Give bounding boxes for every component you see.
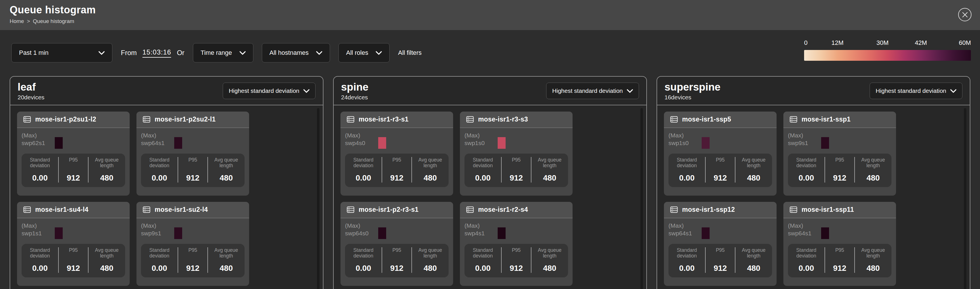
device-card[interactable]: mose-isr1-p2-r3-s1 (Max) swp64s0 Standar… [340,202,453,286]
stat-value-std: 0.00 [790,174,822,182]
device-card[interactable]: mose-isr1-p2su2-l1 (Max) swp64s1 Standar… [137,112,249,196]
interface-name: swp62s1 [22,139,55,147]
sort-dropdown[interactable]: Highest standard deviation [223,83,315,99]
device-name: mose-isr1-su4-l4 [35,206,89,214]
panel-title: leaf [18,81,45,93]
roles-dropdown[interactable]: All roles [339,43,390,62]
panel-header: leaf 20devices Highest standard deviatio… [10,77,323,105]
device-card-header[interactable]: mose-isr1-r3-s3 [460,112,573,128]
app-header: Queue histogram Home > Queue histogram [0,0,980,30]
from-label: From [121,49,137,57]
stat-value-std: 0.00 [143,264,175,273]
close-button[interactable] [958,8,972,21]
max-label: (Max) [465,131,498,139]
switch-icon [790,116,797,123]
device-card-body: (Max) swp9s1 Standard deviation0.00 P959… [783,128,896,196]
device-card[interactable]: mose-isr1-su2-l4 (Max) swp9s1 Standard d… [137,202,249,286]
device-card-header[interactable]: mose-isr1-r3-s1 [340,112,453,128]
stat-value-p95: 912 [504,264,528,273]
histogram-bar [702,227,710,239]
vertical-scrollbar[interactable] [640,108,643,289]
device-card[interactable]: mose-isr1-r2-s4 (Max) swp4s1 Standard de… [460,202,573,286]
device-card-body: (Max) swp4s1 Standard deviation0.00 P959… [460,218,573,286]
panel-device-count: 16devices [665,94,721,101]
stat-value-avg: 480 [414,174,446,182]
quick-range-dropdown[interactable]: Past 1 min [11,43,112,62]
device-card-header[interactable]: mose-isr1-su2-l4 [137,202,249,218]
interface-name: swp4s1 [465,229,498,237]
interface-name: swp64s1 [668,229,702,237]
stat-header-std: Standard deviation [671,157,703,169]
panel-body: mose-isr1-ssp5 (Max) swp1s0 Standard dev… [657,105,970,289]
stat-value-avg: 480 [738,174,770,182]
stat-header-std: Standard deviation [143,247,175,259]
stat-value-std: 0.00 [790,264,822,273]
stat-value-std: 0.00 [467,174,499,182]
from-time-input[interactable]: 15:03:16 [142,48,171,57]
stat-value-p95: 912 [385,264,409,273]
histogram-bar [498,137,506,149]
breadcrumb-home[interactable]: Home [10,18,24,24]
max-label: (Max) [141,222,174,230]
max-label: (Max) [788,131,821,139]
vertical-scrollbar[interactable] [317,108,320,289]
device-card-header[interactable]: mose-isr1-su4-l4 [17,202,130,218]
device-name: mose-isr1-p2su1-l2 [35,115,96,123]
stats-box: Standard deviation0.00 P95912 Avg queue … [141,244,245,277]
stat-value-avg: 480 [91,174,123,182]
stat-header-std: Standard deviation [467,247,499,259]
close-icon [962,12,968,18]
stat-header-p95: P95 [180,247,205,259]
stat-header-std: Standard deviation [347,157,379,169]
device-name: mose-isr1-p2su2-l1 [154,115,216,123]
device-card[interactable]: mose-isr1-p2su1-l2 (Max) swp62s1 Standar… [17,112,130,196]
device-card[interactable]: mose-isr1-su4-l4 (Max) swp1s1 Standard d… [17,202,130,286]
device-card[interactable]: mose-isr1-ssp12 (Max) swp64s1 Standard d… [664,202,776,286]
device-card-header[interactable]: mose-isr1-p2su1-l2 [17,112,130,128]
time-range-dropdown[interactable]: Time range [193,43,253,62]
vertical-scrollbar[interactable] [964,108,966,289]
device-card-header[interactable]: mose-isr1-ssp11 [783,202,896,218]
all-filters-link[interactable]: All filters [398,49,422,56]
max-label: (Max) [345,222,378,230]
device-card[interactable]: mose-isr1-r3-s1 (Max) swp4s0 Standard de… [340,112,453,196]
stat-value-p95: 912 [827,264,852,273]
sort-dropdown[interactable]: Highest standard deviation [546,83,639,99]
max-label: (Max) [22,131,55,139]
stats-box: Standard deviation0.00 P95912 Avg queue … [465,244,568,277]
hostnames-dropdown[interactable]: All hostnames [262,43,330,62]
device-card[interactable]: mose-isr1-ssp5 (Max) swp1s0 Standard dev… [664,112,776,196]
stat-header-avg: Avg queue length [534,157,566,169]
device-card[interactable]: mose-isr1-ssp11 (Max) swp64s1 Standard d… [783,202,896,286]
device-card[interactable]: mose-isr1-r3-s3 (Max) swp1s0 Standard de… [460,112,573,196]
device-card-body: (Max) swp64s1 Standard deviation0.00 P95… [137,128,249,196]
breadcrumb: Home > Queue histogram [10,18,980,24]
chevron-down-icon [950,89,956,93]
stat-header-p95: P95 [504,247,528,259]
histogram-bar [821,227,829,239]
stat-value-p95: 912 [708,264,732,273]
stat-value-p95: 912 [504,174,528,182]
tick-label: 42M [915,39,927,46]
stat-value-p95: 912 [180,174,205,182]
device-card[interactable]: mose-isr1-ssp1 (Max) swp9s1 Standard dev… [783,112,896,196]
device-card-header[interactable]: mose-isr1-p2-r3-s1 [340,202,453,218]
stat-header-p95: P95 [504,157,528,169]
device-card-header[interactable]: mose-isr1-r2-s4 [460,202,573,218]
max-interface-label: (Max) swp1s1 [22,221,55,240]
device-card-header[interactable]: mose-isr1-ssp1 [783,112,896,128]
stats-box: Standard deviation0.00 P95912 Avg queue … [345,153,449,187]
stat-header-p95: P95 [708,247,732,259]
device-card-header[interactable]: mose-isr1-ssp5 [664,112,776,128]
quick-range-label: Past 1 min [19,49,49,56]
device-card-header[interactable]: mose-isr1-p2su2-l1 [137,112,249,128]
device-card-body: (Max) swp64s1 Standard deviation0.00 P95… [664,218,776,286]
histogram-bar [174,137,182,149]
device-name: mose-isr1-r3-s3 [478,115,528,123]
sort-dropdown[interactable]: Highest standard deviation [870,83,963,99]
stats-box: Standard deviation0.00 P95912 Avg queue … [788,244,891,277]
stat-value-avg: 480 [857,174,889,182]
stat-header-p95: P95 [827,157,852,169]
stat-header-p95: P95 [708,157,732,169]
device-card-header[interactable]: mose-isr1-ssp12 [664,202,776,218]
